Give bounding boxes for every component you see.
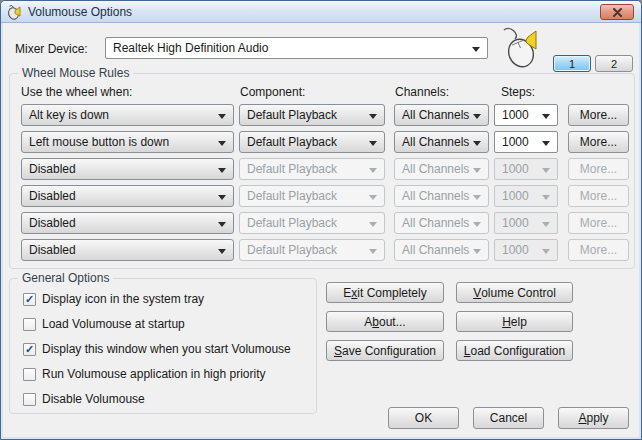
chevron-down-icon [369, 141, 377, 146]
header-component: Component: [240, 85, 305, 99]
checkbox-label: Disable Volumouse [42, 392, 145, 406]
load-configuration-button[interactable]: Load Configuration [456, 340, 573, 361]
preset-tab-1-label: 1 [569, 58, 575, 70]
general-options-caption: General Options [18, 271, 113, 285]
rule6-steps-input: 1000 [494, 239, 558, 261]
button-label: pply [587, 411, 609, 425]
rule2-steps-input[interactable]: 1000 [494, 131, 558, 153]
chevron-down-icon [369, 168, 377, 173]
rule1-component-value: Default Playback [247, 108, 337, 122]
rule6-component-value: Default Playback [247, 243, 337, 257]
button-label: elp [511, 315, 527, 329]
preset-tab-1[interactable]: 1 [553, 55, 591, 72]
checkbox-unchecked-icon[interactable] [23, 318, 36, 331]
rule5-steps-input: 1000 [494, 212, 558, 234]
volume-control-button[interactable]: Volume Control [456, 282, 573, 303]
wheel-mouse-rules-caption: Wheel Mouse Rules [18, 66, 133, 80]
button-accesskey: V [473, 286, 481, 300]
title-bar[interactable]: Volumouse Options [1, 1, 641, 23]
mixer-device-select[interactable]: Realtek High Definition Audio [105, 37, 488, 59]
button-accesskey: L [464, 344, 471, 358]
button-label: Cancel [490, 411, 527, 425]
option-display-tray-icon[interactable]: ✓ Display icon in the system tray [23, 292, 204, 306]
option-high-priority[interactable]: Run Volumouse application in high priori… [23, 367, 265, 381]
rule3-steps-input: 1000 [494, 158, 558, 180]
button-accesskey: A [578, 411, 586, 425]
rule2-more-button[interactable]: More... [568, 131, 629, 153]
option-display-window-on-start[interactable]: ✓ Display this window when you start Vol… [23, 342, 291, 356]
rule5-more-button: More... [568, 212, 629, 234]
checkbox-unchecked-icon[interactable] [23, 393, 36, 406]
chevron-down-icon [542, 168, 550, 173]
rule3-component-select: Default Playback [239, 158, 385, 180]
chevron-down-icon [369, 222, 377, 227]
rule3-more-button: More... [568, 158, 629, 180]
header-use-wheel-when: Use the wheel when: [21, 85, 132, 99]
rule1-trigger-select[interactable]: Alt key is down [21, 104, 234, 126]
button-accesskey: H [502, 315, 511, 329]
preset-tab-2[interactable]: 2 [595, 55, 633, 72]
rule5-trigger-select[interactable]: Disabled [21, 212, 234, 234]
rule2-steps-value: 1000 [502, 135, 529, 149]
rule1-steps-input[interactable]: 1000 [494, 104, 558, 126]
chevron-down-icon [473, 168, 481, 173]
chevron-down-icon [218, 114, 226, 119]
rule1-steps-value: 1000 [502, 108, 529, 122]
button-label: out... [379, 315, 406, 329]
exit-completely-button[interactable]: Exit Completely [326, 282, 444, 303]
chevron-down-icon [473, 249, 481, 254]
rule1-more-button[interactable]: More... [568, 104, 629, 126]
header-steps: Steps: [501, 85, 535, 99]
rule5-trigger-value: Disabled [29, 216, 76, 230]
rule3-channels-select: All Channels [394, 158, 489, 180]
more-button-label: More... [580, 108, 617, 122]
more-button-label: More... [580, 135, 617, 149]
ok-button[interactable]: OK [388, 407, 459, 429]
button-label: E [343, 286, 351, 300]
checkbox-checked-icon[interactable]: ✓ [23, 293, 36, 306]
chevron-down-icon [473, 141, 481, 146]
more-button-label: More... [580, 243, 617, 257]
header-channels: Channels: [395, 85, 449, 99]
checkbox-checked-icon[interactable]: ✓ [23, 343, 36, 356]
rule4-trigger-select[interactable]: Disabled [21, 185, 234, 207]
rule2-trigger-select[interactable]: Left mouse button is down [21, 131, 234, 153]
chevron-down-icon [218, 249, 226, 254]
option-load-at-startup[interactable]: Load Volumouse at startup [23, 317, 185, 331]
button-label: it Completely [357, 286, 426, 300]
checkbox-label: Run Volumouse application in high priori… [42, 367, 265, 381]
rule1-trigger-value: Alt key is down [29, 108, 109, 122]
chevron-down-icon [542, 222, 550, 227]
chevron-down-icon [473, 195, 481, 200]
rule5-component-value: Default Playback [247, 216, 337, 230]
rule1-channels-select[interactable]: All Channels [394, 104, 489, 126]
cancel-button[interactable]: Cancel [473, 407, 544, 429]
rule3-trigger-select[interactable]: Disabled [21, 158, 234, 180]
rule4-steps-value: 1000 [502, 189, 529, 203]
rule2-component-select[interactable]: Default Playback [239, 131, 385, 153]
checkbox-label: Display this window when you start Volum… [42, 342, 291, 356]
option-disable-volumouse[interactable]: Disable Volumouse [23, 392, 145, 406]
rule1-channels-value: All Channels [402, 108, 469, 122]
rule2-trigger-value: Left mouse button is down [29, 135, 169, 149]
volumouse-options-window: Volumouse Options Mixer Device: Realtek … [0, 0, 642, 440]
rule2-channels-select[interactable]: All Channels [394, 131, 489, 153]
rule6-trigger-select[interactable]: Disabled [21, 239, 234, 261]
rule4-component-value: Default Playback [247, 189, 337, 203]
about-button[interactable]: About... [326, 311, 444, 332]
button-accesskey: b [372, 315, 379, 329]
volumouse-app-icon [7, 4, 23, 20]
save-configuration-button[interactable]: Save Configuration [326, 340, 444, 361]
rule1-component-select[interactable]: Default Playback [239, 104, 385, 126]
rule3-channels-value: All Channels [402, 162, 469, 176]
chevron-down-icon [473, 114, 481, 119]
chevron-down-icon [218, 168, 226, 173]
apply-button[interactable]: Apply [558, 407, 629, 429]
close-button[interactable] [600, 4, 634, 20]
help-button[interactable]: Help [456, 311, 573, 332]
checkbox-unchecked-icon[interactable] [23, 368, 36, 381]
rule6-component-select: Default Playback [239, 239, 385, 261]
rule4-component-select: Default Playback [239, 185, 385, 207]
button-accesskey: S [334, 344, 342, 358]
chevron-down-icon [369, 195, 377, 200]
